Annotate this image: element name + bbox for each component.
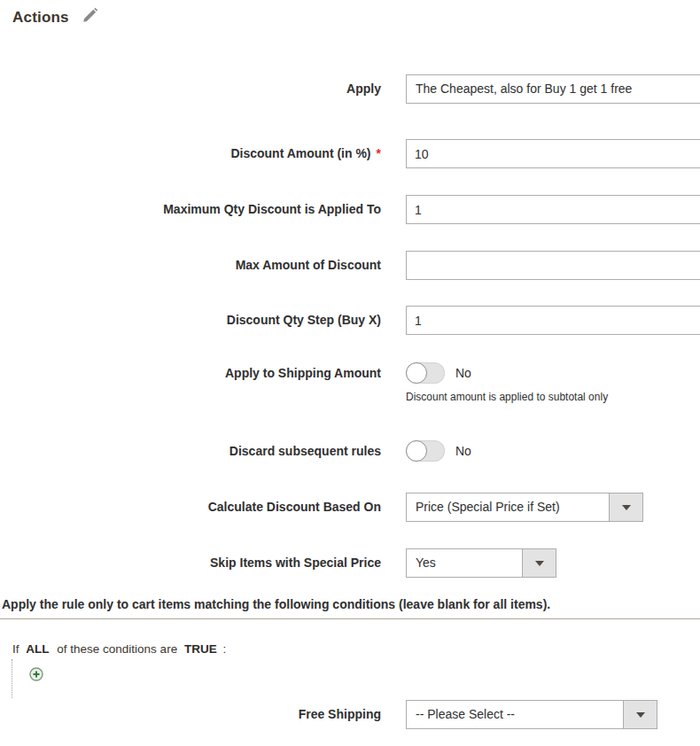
page-title: Actions xyxy=(12,9,69,27)
free-shipping-label: Free Shipping xyxy=(0,700,381,729)
apply-label: Apply xyxy=(0,74,381,104)
conditions-heading: Apply the rule only to cart items matchi… xyxy=(0,595,700,619)
field-row-discard-rules: Discard subsequent rules No xyxy=(0,437,700,466)
toggle-knob xyxy=(406,362,427,384)
toggle-knob xyxy=(406,440,427,462)
free-shipping-value: -- Please Select -- xyxy=(407,701,623,728)
conditions-value-chooser[interactable]: TRUE xyxy=(184,642,217,656)
field-row-qty-step: Discount Qty Step (Buy X) xyxy=(0,306,700,335)
apply-shipping-label: Apply to Shipping Amount xyxy=(0,359,381,388)
actions-form-section: Actions Apply The Cheapest, also for Buy… xyxy=(0,0,700,746)
free-shipping-select[interactable]: -- Please Select -- xyxy=(406,700,657,729)
max-qty-label: Maximum Qty Discount is Applied To xyxy=(0,195,381,224)
calc-based-on-value: Price (Special Price if Set) xyxy=(407,493,609,521)
apply-shipping-note: Discount amount is applied to subtotal o… xyxy=(406,391,608,403)
required-asterisk: * xyxy=(377,146,381,160)
chevron-down-icon xyxy=(623,701,657,728)
skip-special-value: Yes xyxy=(407,549,522,577)
section-header: Actions xyxy=(12,7,98,27)
edit-pencil-icon[interactable] xyxy=(82,7,98,27)
add-condition-icon[interactable] xyxy=(29,667,43,681)
discount-amount-input[interactable] xyxy=(406,139,700,168)
discard-rules-state: No xyxy=(455,437,471,466)
chevron-down-icon xyxy=(522,549,556,577)
apply-shipping-toggle[interactable] xyxy=(406,362,445,384)
field-row-max-discount: Max Amount of Discount xyxy=(0,251,700,280)
apply-select[interactable]: The Cheapest, also for Buy 1 get 1 free xyxy=(406,74,700,104)
calc-based-on-label: Calculate Discount Based On xyxy=(0,493,381,522)
discard-rules-toggle[interactable] xyxy=(406,440,445,462)
field-row-skip-special: Skip Items with Special Price Yes xyxy=(0,548,700,578)
max-discount-input[interactable] xyxy=(406,251,700,280)
field-row-calc-based-on: Calculate Discount Based On Price (Speci… xyxy=(0,493,700,522)
conditions-rule-line: If ALL of these conditions are TRUE : xyxy=(12,641,226,657)
field-row-discount-amount: Discount Amount (in %)* xyxy=(0,139,700,168)
max-qty-input[interactable] xyxy=(406,195,700,224)
field-row-apply-shipping: Apply to Shipping Amount No xyxy=(0,359,700,388)
qty-step-input[interactable] xyxy=(406,306,700,335)
max-discount-label: Max Amount of Discount xyxy=(0,251,381,280)
conditions-if-text: If xyxy=(12,642,19,656)
conditions-middle-text: of these conditions are xyxy=(57,642,177,656)
discount-amount-label: Discount Amount (in %)* xyxy=(0,139,381,168)
calc-based-on-select[interactable]: Price (Special Price if Set) xyxy=(406,493,643,522)
skip-special-label: Skip Items with Special Price xyxy=(0,548,381,578)
field-row-max-qty: Maximum Qty Discount is Applied To xyxy=(0,195,700,224)
field-row-free-shipping: Free Shipping -- Please Select -- xyxy=(0,700,700,729)
qty-step-label: Discount Qty Step (Buy X) xyxy=(0,306,381,335)
chevron-down-icon xyxy=(609,493,642,521)
conditions-colon: : xyxy=(222,642,226,656)
apply-shipping-state: No xyxy=(455,359,471,388)
discard-rules-label: Discard subsequent rules xyxy=(0,437,381,466)
apply-select-value: The Cheapest, also for Buy 1 get 1 free xyxy=(407,75,700,103)
field-row-apply: Apply The Cheapest, also for Buy 1 get 1… xyxy=(0,74,700,104)
skip-special-select[interactable]: Yes xyxy=(406,548,556,578)
condition-indent-guide xyxy=(12,659,12,698)
conditions-aggregator-chooser[interactable]: ALL xyxy=(26,642,49,656)
